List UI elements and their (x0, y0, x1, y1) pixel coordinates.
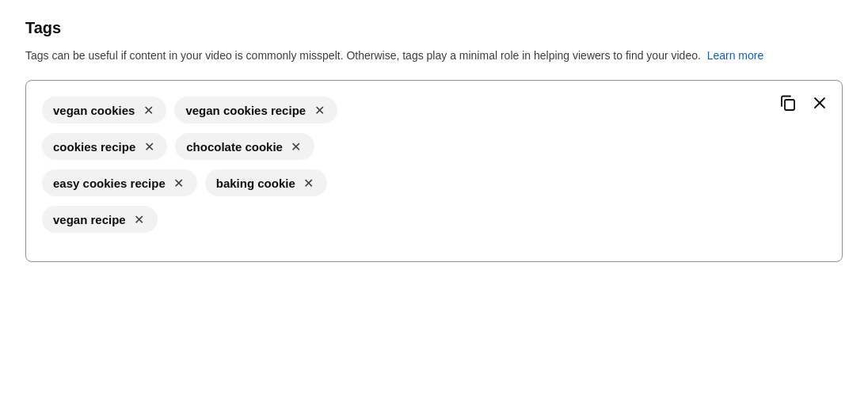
tag-remove-button[interactable]: ✕ (312, 103, 326, 117)
clear-all-icon[interactable] (810, 93, 829, 112)
tag-chip: vegan cookies recipe ✕ (174, 97, 337, 124)
learn-more-link[interactable]: Learn more (707, 49, 764, 62)
tag-label: vegan recipe (53, 213, 126, 226)
tags-description: Tags can be useful if content in your vi… (25, 47, 843, 64)
tag-chip: easy cookies recipe ✕ (42, 169, 197, 196)
tag-remove-button[interactable]: ✕ (289, 139, 303, 154)
tag-remove-button[interactable]: ✕ (141, 103, 155, 117)
tag-label: chocolate cookie (186, 140, 283, 154)
tag-label: vegan cookies recipe (185, 104, 306, 117)
tags-actions (779, 93, 829, 112)
tags-row-4: vegan recipe ✕ (42, 206, 826, 233)
tag-remove-button[interactable]: ✕ (132, 212, 147, 226)
tag-chip: baking cookie ✕ (205, 169, 327, 196)
tags-row-3: easy cookies recipe ✕ baking cookie ✕ (42, 169, 826, 196)
tag-label: vegan cookies (53, 104, 135, 117)
copy-all-icon[interactable] (779, 93, 798, 112)
tags-row-1: vegan cookies ✕ vegan cookies recipe ✕ (42, 97, 826, 124)
tag-chip: chocolate cookie ✕ (175, 133, 314, 160)
tag-chip: vegan cookies ✕ (42, 97, 166, 124)
tag-label: easy cookies recipe (53, 177, 166, 190)
tags-section-title: Tags (25, 19, 843, 37)
tag-remove-button[interactable]: ✕ (142, 139, 156, 154)
tags-row-2: cookies recipe ✕ chocolate cookie ✕ (42, 133, 826, 160)
tag-chip: vegan recipe ✕ (42, 206, 158, 233)
tag-label: cookies recipe (53, 140, 135, 154)
tag-remove-button[interactable]: ✕ (172, 176, 186, 190)
tag-remove-button[interactable]: ✕ (302, 176, 316, 190)
tag-chip: cookies recipe ✕ (42, 133, 167, 160)
tags-container: vegan cookies ✕ vegan cookies recipe ✕ c… (25, 80, 843, 262)
tag-label: baking cookie (216, 177, 295, 190)
svg-rect-0 (785, 100, 794, 110)
tags-grid: vegan cookies ✕ vegan cookies recipe ✕ c… (42, 97, 826, 233)
